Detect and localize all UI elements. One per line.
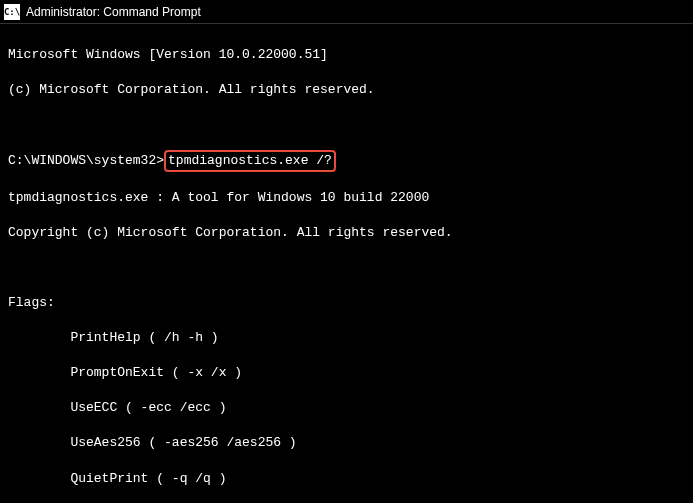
flag-item: PromptOnExit ( -x /x ) (8, 364, 685, 382)
command-highlight: tpmdiagnostics.exe /? (164, 150, 336, 172)
terminal-output: Microsoft Windows [Version 10.0.22000.51… (0, 24, 693, 503)
flag-item: PrintHelp ( /h -h ) (8, 329, 685, 347)
command-prompt-line: C:\WINDOWS\system32>tpmdiagnostics.exe /… (8, 150, 685, 172)
flag-item: UseAes256 ( -aes256 /aes256 ) (8, 434, 685, 452)
tool-description: tpmdiagnostics.exe : A tool for Windows … (8, 189, 685, 207)
flags-header: Flags: (8, 294, 685, 312)
tool-copyright: Copyright (c) Microsoft Corporation. All… (8, 224, 685, 242)
flag-item: QuietPrint ( -q /q ) (8, 470, 685, 488)
copyright-line: (c) Microsoft Corporation. All rights re… (8, 81, 685, 99)
window-title: Administrator: Command Prompt (26, 5, 201, 19)
os-version-line: Microsoft Windows [Version 10.0.22000.51… (8, 46, 685, 64)
cmd-icon: C:\ (4, 4, 20, 20)
title-bar[interactable]: C:\ Administrator: Command Prompt (0, 0, 693, 24)
flag-item: UseECC ( -ecc /ecc ) (8, 399, 685, 417)
prompt-path: C:\WINDOWS\system32> (8, 152, 164, 170)
